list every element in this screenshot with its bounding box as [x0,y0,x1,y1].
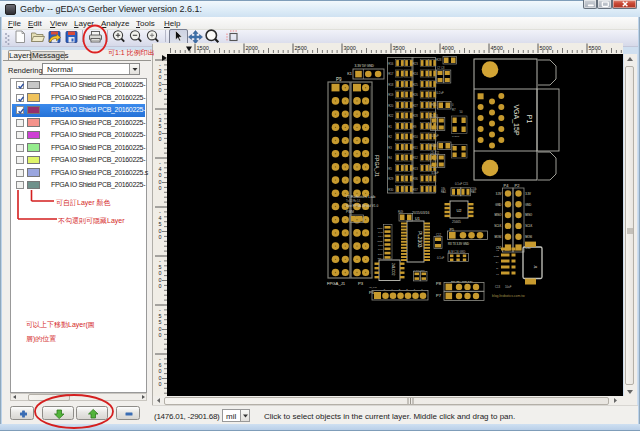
svg-text:-: - [159,62,161,68]
svg-text:P4: P4 [504,183,510,188]
svg-text:0: 0 [159,375,162,381]
svg-text:5500: 5500 [589,45,601,51]
svg-text:GND: GND [495,203,501,207]
svg-text:-: - [159,209,161,215]
svg-text:R41: R41 [378,248,383,251]
svg-text:5: 5 [159,221,162,227]
svg-text:U1: U1 [415,217,420,221]
svg-text:3.3V: 3.3V [525,192,531,196]
svg-text:K1: K1 [347,72,352,76]
svg-text:5: 5 [159,123,162,129]
svg-text:TXS01: TXS01 [452,135,460,138]
svg-text:R23: R23 [413,62,419,66]
svg-text:P3: P3 [358,281,364,286]
svg-text:3.3V 5V GND: 3.3V 5V GND [355,64,375,68]
svg-text:5: 5 [159,319,162,325]
svg-text:P1: P1 [526,115,533,124]
svg-text:RX TX 3.3V GND: RX TX 3.3V GND [448,242,469,246]
svg-text:5000: 5000 [540,45,552,51]
svg-text:P9: P9 [336,77,342,82]
svg-text:R3: R3 [388,146,392,150]
svg-text:R13: R13 [413,167,419,171]
svg-text:IT Robotics Lab: IT Robotics Lab [346,194,376,199]
svg-text:R28: R28 [436,58,442,62]
svg-text:C13: C13 [378,244,383,247]
svg-text:R9: R9 [413,125,417,129]
svg-text:0: 0 [159,277,162,283]
svg-text:2000: 2000 [246,45,258,51]
svg-text:SDA: SDA [378,257,383,260]
svg-text:R7: R7 [452,108,456,112]
svg-text:R11: R11 [413,146,418,150]
svg-text:3000: 3000 [344,45,356,51]
svg-text:1500: 1500 [197,45,209,51]
svg-text:5: 5 [159,264,162,270]
svg-text:MISO: MISO [525,213,532,217]
svg-text:R28: R28 [413,114,419,118]
svg-text:U2: U2 [456,208,462,213]
svg-text:3500: 3500 [393,45,405,51]
svg-text:P8: P8 [436,281,442,286]
svg-text:0: 0 [159,326,162,332]
svg-text:GND: GND [493,255,499,258]
svg-text:6: 6 [159,362,162,368]
svg-text:PWM: PWM [346,210,354,214]
svg-text:See FPGA Shield V1.0: See FPGA Shield V1.0 [346,204,378,208]
svg-text:-: - [159,111,161,117]
svg-text:R29: R29 [388,177,394,181]
svg-text:0.1uF C10: 0.1uF C10 [414,269,426,272]
svg-text:D+: D+ [496,261,500,264]
svg-text:R30: R30 [388,188,394,192]
svg-text:R15: R15 [431,103,437,107]
svg-text:R5: R5 [388,167,392,171]
svg-text:220k: 220k [377,227,383,230]
svg-text:3: 3 [159,117,162,123]
svg-text:0.1uF C15: 0.1uF C15 [455,182,469,186]
svg-text:50: 50 [460,110,464,114]
svg-text:0: 0 [159,179,162,185]
svg-text:RA5: RA5 [471,190,477,194]
svg-text:0.1uF: 0.1uF [432,134,439,138]
svg-text:R24: R24 [413,72,419,76]
svg-text:C14: C14 [378,235,383,238]
svg-text:Tx:13 Rx:14: Tx:13 Rx:14 [346,199,361,203]
svg-text:IO_PIN: IO_PIN [369,286,377,289]
svg-text:FPGA_J1: FPGA_J1 [374,155,380,177]
svg-text:0: 0 [159,130,162,136]
svg-text:0: 0 [159,234,162,240]
svg-text:SCL: SCL [378,253,383,256]
svg-text:4500: 4500 [491,45,503,51]
svg-text:R12: R12 [413,156,419,160]
svg-text:R44: R44 [431,144,437,148]
svg-text:P2: P2 [515,183,521,188]
svg-text:-: - [159,160,161,166]
svg-text:L1: L1 [496,273,499,276]
svg-text:-: - [159,356,161,362]
svg-text:R27: R27 [413,104,419,108]
svg-text:18k: 18k [441,187,446,191]
svg-text:FPGA_J1: FPGA_J1 [327,281,346,286]
svg-text:-: - [159,258,161,264]
svg-text:10uF: 10uF [505,285,512,289]
svg-text:3.3V: 3.3V [496,192,502,196]
svg-text:0: 0 [452,103,454,107]
svg-text:24LC02: 24LC02 [391,263,395,276]
svg-text:0.4uF: 0.4uF [432,171,439,175]
svg-text:GND: GND [525,203,531,207]
svg-text:R25: R25 [413,83,419,87]
svg-text:R26: R26 [413,93,419,97]
svg-text:R19: R19 [388,93,394,97]
svg-text:R4: R4 [388,156,392,160]
svg-text:RA4: RA4 [441,190,447,194]
svg-text:C12: C12 [436,233,442,237]
svg-text:0: 0 [159,81,162,87]
svg-text:SCLK: SCLK [494,224,501,228]
svg-text:R42: R42 [378,231,383,234]
svg-text:VGA_15P: VGA_15P [512,104,520,135]
svg-text:J1: J1 [533,265,537,269]
svg-text:PL2303: PL2303 [417,231,422,248]
svg-text:0: 0 [159,368,162,374]
svg-text:C7 C8: C7 C8 [437,66,445,70]
svg-text:R20: R20 [388,104,394,108]
svg-text:0.1uF: 0.1uF [437,256,444,260]
